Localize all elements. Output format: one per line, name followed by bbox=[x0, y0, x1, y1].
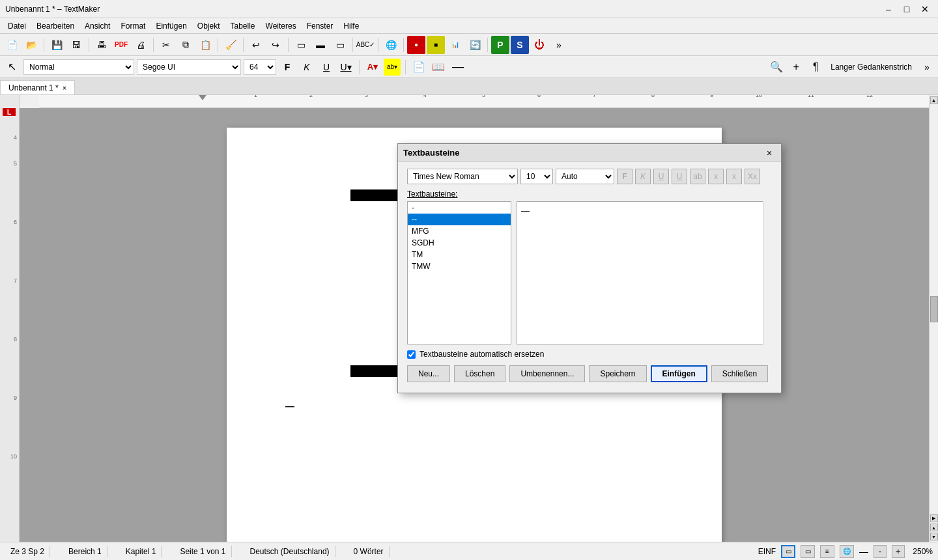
dialog-underline-btn[interactable]: U bbox=[653, 169, 669, 184]
print2-button[interactable]: 🖨 bbox=[132, 36, 150, 54]
speichern-button[interactable]: Speichern bbox=[589, 365, 646, 382]
frame2-button[interactable]: ▬ bbox=[311, 36, 330, 54]
dialog-xx-btn[interactable]: Xx bbox=[745, 169, 760, 184]
more-fmt-btn[interactable]: » bbox=[918, 59, 935, 76]
redo-button[interactable]: ↪ bbox=[266, 36, 285, 54]
clear-button[interactable]: 🧹 bbox=[221, 36, 240, 54]
dialog-bold-btn[interactable]: F bbox=[617, 169, 632, 184]
book-btn[interactable]: 📖 bbox=[430, 59, 447, 76]
open-button[interactable]: 📂 bbox=[22, 36, 40, 54]
schliessen-button[interactable]: Schließen bbox=[711, 365, 768, 382]
menu-ansicht[interactable]: Ansicht bbox=[79, 18, 115, 33]
scroll-right-arrow[interactable]: ▶ bbox=[930, 514, 938, 522]
paste-button[interactable]: 📋 bbox=[196, 36, 214, 54]
view-outline-btn[interactable]: ≡ bbox=[820, 545, 834, 558]
tab-unbenannt1[interactable]: Unbenannt 1 * × bbox=[0, 80, 75, 94]
power-btn[interactable]: ⏻ bbox=[530, 36, 548, 54]
dialog-size-select[interactable]: 10 bbox=[520, 169, 553, 184]
red-btn[interactable]: ● bbox=[407, 36, 425, 54]
italic-button[interactable]: K bbox=[298, 59, 315, 76]
para-btn[interactable]: ¶ bbox=[807, 59, 824, 76]
globe-button[interactable]: 🌐 bbox=[382, 36, 400, 54]
neu-button[interactable]: Neu... bbox=[407, 365, 450, 382]
textbaustein-list[interactable]: - -- MFG SGDH TM TMW bbox=[407, 201, 511, 344]
cursor-position: Ze 3 Sp 2 bbox=[5, 546, 50, 557]
cut-button[interactable]: ✂ bbox=[157, 36, 175, 54]
undo-button[interactable]: ↩ bbox=[247, 36, 265, 54]
vertical-scrollbar[interactable]: ▲ ▶ ▲ ▼ bbox=[929, 95, 938, 542]
print-button[interactable]: 🖶 bbox=[92, 36, 111, 54]
list-item-tmw[interactable]: TMW bbox=[408, 260, 511, 272]
list-item-tm[interactable]: TM bbox=[408, 249, 511, 260]
bold-button[interactable]: F bbox=[279, 59, 296, 76]
save-button[interactable]: 💾 bbox=[48, 36, 66, 54]
list-item-doubledash[interactable]: -- bbox=[408, 214, 511, 225]
menu-tabelle[interactable]: Tabelle bbox=[225, 18, 261, 33]
preview-scrollbar[interactable] bbox=[763, 201, 772, 344]
auto-replace-checkbox[interactable] bbox=[407, 350, 416, 359]
view-page-btn[interactable]: ▭ bbox=[801, 545, 815, 558]
spellcheck-button[interactable]: ABC✓ bbox=[356, 36, 375, 54]
more-btn[interactable]: » bbox=[550, 36, 568, 54]
dialog-ab-btn[interactable]: ab bbox=[690, 169, 705, 184]
sep1 bbox=[44, 38, 44, 52]
dialog-auto-select[interactable]: Auto bbox=[556, 169, 614, 184]
dialog-font-select[interactable]: Times New Roman bbox=[407, 169, 518, 184]
new-button[interactable]: 📄 bbox=[3, 36, 21, 54]
tab-close-button[interactable]: × bbox=[63, 84, 66, 92]
zoom-btn[interactable]: + bbox=[788, 59, 804, 76]
cursor-btn[interactable]: ↖ bbox=[3, 58, 21, 76]
dialog-close-button[interactable]: × bbox=[763, 147, 776, 160]
einfuegen-button[interactable]: Einfügen bbox=[651, 365, 707, 382]
view-web-btn[interactable]: 🌐 bbox=[840, 545, 854, 558]
view-normal-btn[interactable]: ▭ bbox=[781, 545, 795, 558]
yellow-btn[interactable]: ■ bbox=[427, 36, 445, 54]
minimize-button[interactable]: – bbox=[881, 3, 896, 16]
bar-btn[interactable]: 📊 bbox=[446, 36, 464, 54]
zoom-in-btn[interactable]: + bbox=[892, 545, 905, 558]
close-button[interactable]: ✕ bbox=[917, 3, 933, 16]
s-btn[interactable]: S bbox=[511, 36, 529, 54]
textbausteine-dialog[interactable]: Textbausteine × Times New Roman 10 Auto … bbox=[397, 143, 782, 393]
page-btn[interactable]: 📄 bbox=[410, 59, 427, 76]
search-circle-btn[interactable]: 🔍 bbox=[768, 59, 785, 76]
frame3-button[interactable]: ▭ bbox=[331, 36, 349, 54]
copy-button[interactable]: ⧉ bbox=[177, 36, 195, 54]
refresh-btn[interactable]: 🔄 bbox=[466, 36, 484, 54]
highlight-button[interactable]: ab▾ bbox=[384, 59, 401, 76]
size-select[interactable]: 64 bbox=[244, 59, 276, 75]
menu-datei[interactable]: Datei bbox=[3, 18, 31, 33]
scroll-page-up-btn[interactable]: ▲ bbox=[930, 524, 938, 531]
style-select[interactable]: Normal bbox=[23, 59, 134, 75]
scroll-thumb[interactable] bbox=[930, 296, 938, 322]
font-color-button[interactable]: A▾ bbox=[364, 59, 381, 76]
font-select[interactable]: Segoe UI bbox=[137, 59, 241, 75]
dialog-x-btn[interactable]: x bbox=[708, 169, 724, 184]
list-item-mfg[interactable]: MFG bbox=[408, 225, 511, 237]
zoom-out-btn[interactable]: - bbox=[874, 545, 887, 558]
umbenennen-button[interactable]: Umbenennen... bbox=[509, 365, 585, 382]
scroll-up-button[interactable]: ▲ bbox=[930, 96, 938, 104]
p-btn[interactable]: P bbox=[491, 36, 509, 54]
loeschen-button[interactable]: Löschen bbox=[454, 365, 505, 382]
pdf-button[interactable]: PDF bbox=[112, 36, 130, 54]
scroll-down-button[interactable]: ▼ bbox=[930, 533, 938, 540]
menu-fenster[interactable]: Fenster bbox=[302, 18, 339, 33]
save2-button[interactable]: 🖫 bbox=[67, 36, 85, 54]
menu-weiteres[interactable]: Weiteres bbox=[261, 18, 302, 33]
list-item-sgdh[interactable]: SGDH bbox=[408, 237, 511, 249]
menu-hilfe[interactable]: Hilfe bbox=[338, 18, 364, 33]
dialog-x2-btn[interactable]: x bbox=[726, 169, 742, 184]
menu-objekt[interactable]: Objekt bbox=[192, 18, 225, 33]
underline-button[interactable]: U bbox=[318, 59, 335, 76]
frame-button[interactable]: ▭ bbox=[292, 36, 310, 54]
dialog-italic-btn[interactable]: K bbox=[635, 169, 651, 184]
maximize-button[interactable]: □ bbox=[899, 3, 915, 16]
menu-bearbeiten[interactable]: Bearbeiten bbox=[31, 18, 79, 33]
underline2-button[interactable]: U▾ bbox=[337, 59, 354, 76]
menu-format[interactable]: Format bbox=[115, 18, 150, 33]
menu-einfuegen[interactable]: Einfügen bbox=[150, 18, 192, 33]
dialog-font-row: Times New Roman 10 Auto F K U U ab x x X… bbox=[407, 169, 772, 184]
dialog-underline2-btn[interactable]: U bbox=[672, 169, 687, 184]
list-item-dash[interactable]: - bbox=[408, 202, 511, 214]
